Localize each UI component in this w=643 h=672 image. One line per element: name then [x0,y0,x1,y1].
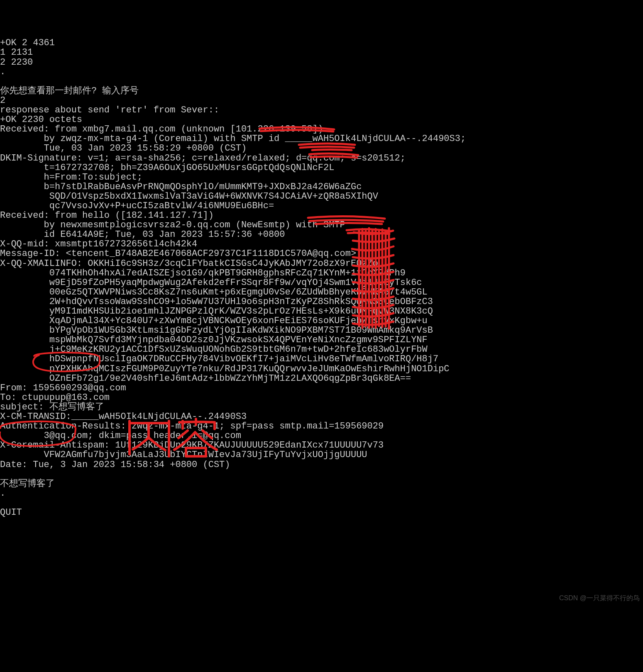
terminal-output: +OK 2 4361 1 2131 2 2230 . 你先想查看那一封邮件? 输… [0,38,643,517]
watermark: CSDN @一只菜得不行的鸟 [559,595,640,602]
